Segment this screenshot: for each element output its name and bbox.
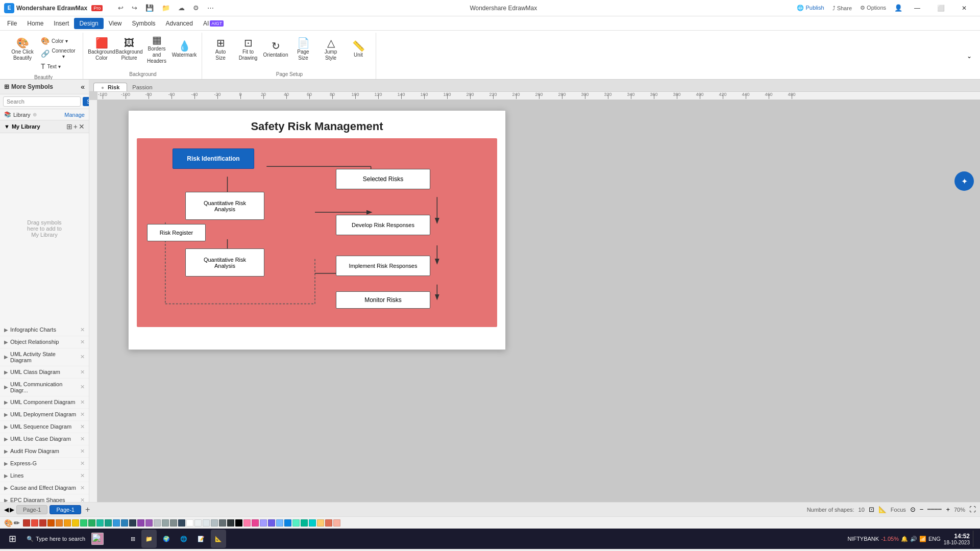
node-risk-register[interactable]: Risk Register <box>147 224 206 241</box>
borders-button[interactable]: ▦ Borders andHeaders <box>143 35 170 64</box>
color-swatch[interactable] <box>31 519 38 527</box>
line-icon[interactable]: ✏ <box>14 519 20 527</box>
symbol-list-item[interactable]: ▶ UML Use Case Diagram ✕ <box>0 433 89 445</box>
bg-color-button[interactable]: 🟥 BackgroundColor <box>88 35 115 64</box>
unit-button[interactable]: 📏 Unit <box>345 35 372 64</box>
color-swatch[interactable] <box>260 519 267 527</box>
color-swatch[interactable] <box>170 519 177 527</box>
canvas-scroll[interactable]: Safety Risk Management <box>97 100 980 502</box>
my-library-new-button[interactable]: + <box>74 122 78 131</box>
more-button[interactable]: ⋯ <box>204 3 217 13</box>
symbol-close[interactable]: ✕ <box>80 448 85 455</box>
share-button[interactable]: ⤴ Share <box>829 3 855 13</box>
menu-file[interactable]: File <box>2 18 22 29</box>
taskbar-edge-button[interactable]: 🌍 <box>159 530 174 548</box>
symbol-list-item[interactable]: ▶ Infographic Charts ✕ <box>0 324 89 336</box>
color-swatch[interactable] <box>301 519 308 527</box>
color-swatch[interactable] <box>154 519 161 527</box>
color-swatch[interactable] <box>194 519 202 527</box>
symbol-list-item[interactable]: ▶ UML Communication Diagr... ✕ <box>0 379 89 396</box>
color-button[interactable]: 🎨 Color ▾ <box>38 35 79 47</box>
symbol-list-item[interactable]: ▶ Cause and Effect Diagram ✕ <box>0 482 89 494</box>
fit-drawing-button[interactable]: ⊡ Fit toDrawing <box>235 35 261 64</box>
orientation-button[interactable]: ↻ Orientation <box>262 35 289 64</box>
show-desktop-button[interactable] <box>973 531 976 547</box>
page-add-button[interactable]: + <box>83 505 92 514</box>
menu-ai[interactable]: AI AIGT <box>198 18 229 29</box>
cloud-button[interactable]: ☁ <box>175 3 188 13</box>
symbol-close[interactable]: ✕ <box>80 411 85 418</box>
color-swatch[interactable] <box>129 519 136 527</box>
taskbar-word-button[interactable]: 📝 <box>193 530 209 548</box>
bg-picture-button[interactable]: 🖼 BackgroundPicture <box>116 35 142 64</box>
my-library-add-button[interactable]: ⊞ <box>66 122 72 131</box>
symbol-list-item[interactable]: ▶ EPC Diagram Shapes ✕ <box>0 494 89 503</box>
color-swatch[interactable] <box>162 519 169 527</box>
color-swatch[interactable] <box>186 519 193 527</box>
color-swatch[interactable] <box>96 519 104 527</box>
color-swatch[interactable] <box>80 519 87 527</box>
one-click-beautify-button[interactable]: 🎨 One ClickBeautify <box>8 35 37 64</box>
symbol-close[interactable]: ✕ <box>80 472 85 479</box>
symbol-close[interactable]: ✕ <box>80 436 85 442</box>
color-swatch[interactable] <box>252 519 259 527</box>
page-tab-2[interactable]: Page-1 <box>50 505 81 514</box>
symbol-list-item[interactable]: ▶ UML Sequence Diagram ✕ <box>0 421 89 433</box>
color-swatch[interactable] <box>47 519 55 527</box>
color-swatch[interactable] <box>284 519 291 527</box>
color-swatch[interactable] <box>121 519 128 527</box>
symbol-list-item[interactable]: ▶ Lines ✕ <box>0 470 89 482</box>
zoom-in-button[interactable]: + <box>946 506 950 513</box>
menu-insert[interactable]: Insert <box>48 18 74 29</box>
symbol-list-item[interactable]: ▶ Object Relationship ✕ <box>0 336 89 348</box>
symbol-list-item[interactable]: ▶ UML Activity State Diagram ✕ <box>0 348 89 366</box>
save-button[interactable]: 💾 <box>142 3 157 13</box>
taskbar-explorer-button[interactable]: 📁 <box>141 530 157 548</box>
diagram-body[interactable]: Risk Identification Quantitative Risk An… <box>137 138 497 327</box>
ai-button[interactable]: ✦ <box>954 171 974 191</box>
node-implement-responses[interactable]: Implement Risk Responses <box>336 256 430 276</box>
color-swatch[interactable] <box>105 519 112 527</box>
page-prev-button[interactable]: ◀ <box>4 506 9 513</box>
auto-size-button[interactable]: ⊞ AutoSize <box>207 35 234 64</box>
color-swatch[interactable] <box>23 519 30 527</box>
menu-advanced[interactable]: Advanced <box>161 18 198 29</box>
symbol-close[interactable]: ✕ <box>80 384 85 390</box>
symbol-list-item[interactable]: ▶ UML Class Diagram ✕ <box>0 366 89 379</box>
color-swatch[interactable] <box>227 519 234 527</box>
open-button[interactable]: 📁 <box>159 3 173 13</box>
panel-collapse-button[interactable]: « <box>81 83 85 91</box>
color-swatch[interactable] <box>309 519 316 527</box>
color-swatch[interactable] <box>333 519 340 527</box>
close-button[interactable]: ✕ <box>952 0 976 16</box>
color-swatch[interactable] <box>137 519 144 527</box>
fullscreen-button[interactable]: ⛶ <box>969 506 976 513</box>
custom-button[interactable]: ⚙ <box>190 3 202 13</box>
page-size-button[interactable]: 📄 PageSize <box>290 35 316 64</box>
minimize-button[interactable]: — <box>905 0 929 16</box>
publish-button[interactable]: 🌐 Publish <box>794 3 827 13</box>
color-swatch[interactable] <box>178 519 185 527</box>
diagram-tab[interactable]: ● Risk <box>93 83 127 91</box>
symbol-close[interactable]: ✕ <box>80 339 85 345</box>
zoom-toggle[interactable]: ⊙ <box>910 506 916 513</box>
color-swatch[interactable] <box>268 519 275 527</box>
symbol-close[interactable]: ✕ <box>80 485 85 491</box>
menu-home[interactable]: Home <box>22 18 48 29</box>
taskbar-taskview-button[interactable]: ⊞ <box>127 530 139 548</box>
manage-button[interactable]: Manage <box>64 112 85 118</box>
color-swatch[interactable] <box>317 519 324 527</box>
menu-symbols[interactable]: Symbols <box>127 18 161 29</box>
color-swatch[interactable] <box>235 519 242 527</box>
node-risk-identification[interactable]: Risk Identification <box>173 148 254 169</box>
redo-button[interactable]: ↪ <box>129 3 140 13</box>
color-swatch[interactable] <box>39 519 46 527</box>
menu-design[interactable]: Design <box>74 18 103 29</box>
menu-view[interactable]: View <box>104 18 127 29</box>
taskbar-edrawmax-button[interactable]: 📐 <box>211 530 226 548</box>
node-selected-risks[interactable]: Selected Risks <box>336 169 430 189</box>
taskbar-search-button[interactable]: 🔍 Type here to search <box>22 530 125 548</box>
options-button[interactable]: ⚙ Options <box>857 3 889 13</box>
color-swatch[interactable] <box>145 519 153 527</box>
color-swatch[interactable] <box>88 519 95 527</box>
